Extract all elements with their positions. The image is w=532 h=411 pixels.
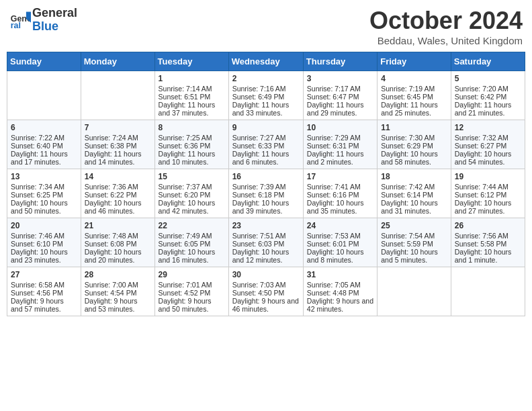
cell-content-line: Daylight: 10 hours and 20 minutes. (85, 248, 151, 264)
month-title: October 2024 (369, 7, 523, 35)
cell-content-line: Sunrise: 7:41 AM (307, 183, 373, 191)
cell-content-line: Sunset: 6:03 PM (232, 240, 300, 248)
day-number: 9 (232, 123, 300, 132)
cell-content-line: Sunset: 6:36 PM (159, 142, 225, 150)
calendar-cell: 11Sunrise: 7:30 AMSunset: 6:29 PMDayligh… (378, 120, 451, 169)
calendar-cell: 2Sunrise: 7:16 AMSunset: 6:49 PMDaylight… (228, 71, 303, 120)
location: Beddau, Wales, United Kingdom (369, 35, 523, 46)
cell-content-line: Sunset: 6:49 PM (232, 93, 300, 101)
calendar-cell: 19Sunrise: 7:44 AMSunset: 6:12 PMDayligh… (451, 169, 525, 218)
calendar-cell (451, 267, 525, 316)
cell-content-line: Daylight: 9 hours and 53 minutes. (85, 297, 151, 313)
cell-content-line: Daylight: 10 hours and 12 minutes. (232, 248, 300, 264)
cell-content-line: Sunrise: 7:39 AM (232, 183, 300, 191)
cell-content-line: Daylight: 10 hours and 16 minutes. (159, 248, 225, 264)
cell-content-line: Sunrise: 7:46 AM (11, 232, 77, 240)
calendar-cell: 10Sunrise: 7:29 AMSunset: 6:31 PMDayligh… (303, 120, 377, 169)
cell-content-line: Sunset: 6:22 PM (85, 191, 151, 199)
day-header-friday: Friday (378, 52, 451, 71)
cell-content-line: Sunrise: 7:01 AM (159, 281, 225, 289)
calendar-cell: 6Sunrise: 7:22 AMSunset: 6:40 PMDaylight… (7, 120, 81, 169)
cell-content-line: Sunset: 6:31 PM (307, 142, 373, 150)
cell-content-line: Sunrise: 7:42 AM (381, 183, 447, 191)
day-number: 25 (381, 221, 447, 230)
cell-content-line: Sunrise: 7:51 AM (232, 232, 300, 240)
calendar-cell: 14Sunrise: 7:36 AMSunset: 6:22 PMDayligh… (81, 169, 154, 218)
calendar-cell (81, 71, 154, 120)
calendar-cell: 15Sunrise: 7:37 AMSunset: 6:20 PMDayligh… (154, 169, 228, 218)
cell-content-line: Daylight: 9 hours and 57 minutes. (11, 297, 77, 313)
cell-content-line: Daylight: 10 hours and 35 minutes. (307, 199, 373, 215)
cell-content-line: Sunset: 6:47 PM (307, 93, 373, 101)
cell-content-line: Sunrise: 7:34 AM (11, 183, 77, 191)
logo-icon: Gene ral (9, 9, 31, 31)
day-number: 5 (455, 74, 521, 83)
calendar-cell: 5Sunrise: 7:20 AMSunset: 6:42 PMDaylight… (451, 71, 525, 120)
cell-content-line: Sunrise: 7:32 AM (455, 134, 521, 142)
calendar-cell: 3Sunrise: 7:17 AMSunset: 6:47 PMDaylight… (303, 71, 377, 120)
calendar-cell (7, 71, 81, 120)
day-number: 22 (159, 221, 225, 230)
day-number: 6 (11, 123, 77, 132)
day-number: 27 (11, 270, 77, 279)
svg-text:ral: ral (11, 21, 21, 30)
cell-content-line: Sunset: 6:05 PM (159, 240, 225, 248)
day-number: 24 (307, 221, 373, 230)
calendar-cell: 27Sunrise: 6:58 AMSunset: 4:56 PMDayligh… (7, 267, 81, 316)
day-number: 3 (307, 74, 373, 83)
day-number: 4 (381, 74, 447, 83)
cell-content-line: Daylight: 11 hours and 25 minutes. (381, 101, 447, 117)
cell-content-line: Sunrise: 7:17 AM (307, 85, 373, 93)
day-header-sunday: Sunday (7, 52, 81, 71)
day-number: 13 (11, 172, 77, 181)
day-number: 12 (455, 123, 521, 132)
calendar-cell: 13Sunrise: 7:34 AMSunset: 6:25 PMDayligh… (7, 169, 81, 218)
cell-content-line: Daylight: 11 hours and 2 minutes. (307, 150, 373, 166)
day-number: 23 (232, 221, 300, 230)
calendar-cell: 20Sunrise: 7:46 AMSunset: 6:10 PMDayligh… (7, 218, 81, 267)
calendar-week-4: 20Sunrise: 7:46 AMSunset: 6:10 PMDayligh… (7, 218, 525, 267)
cell-content-line: Sunset: 6:40 PM (11, 142, 77, 150)
cell-content-line: Daylight: 10 hours and 8 minutes. (307, 248, 373, 264)
cell-content-line: Daylight: 11 hours and 29 minutes. (307, 101, 373, 117)
cell-content-line: Sunset: 6:16 PM (307, 191, 373, 199)
cell-content-line: Sunset: 4:50 PM (232, 289, 300, 297)
calendar-cell: 30Sunrise: 7:03 AMSunset: 4:50 PMDayligh… (228, 267, 303, 316)
cell-content-line: Daylight: 9 hours and 50 minutes. (159, 297, 225, 313)
cell-content-line: Daylight: 10 hours and 50 minutes. (11, 199, 77, 215)
calendar-cell: 1Sunrise: 7:14 AMSunset: 6:51 PMDaylight… (154, 71, 228, 120)
calendar-cell: 21Sunrise: 7:48 AMSunset: 6:08 PMDayligh… (81, 218, 154, 267)
day-header-tuesday: Tuesday (154, 52, 228, 71)
cell-content-line: Sunset: 6:33 PM (232, 142, 300, 150)
day-number: 2 (232, 74, 300, 83)
calendar-week-1: 1Sunrise: 7:14 AMSunset: 6:51 PMDaylight… (7, 71, 525, 120)
cell-content-line: Sunrise: 7:25 AM (159, 134, 225, 142)
day-number: 8 (159, 123, 225, 132)
cell-content-line: Daylight: 10 hours and 23 minutes. (11, 248, 77, 264)
cell-content-line: Daylight: 10 hours and 46 minutes. (85, 199, 151, 215)
day-number: 30 (232, 270, 300, 279)
calendar-cell: 8Sunrise: 7:25 AMSunset: 6:36 PMDaylight… (154, 120, 228, 169)
cell-content-line: Daylight: 10 hours and 5 minutes. (381, 248, 447, 264)
cell-content-line: Sunset: 4:56 PM (11, 289, 77, 297)
day-number: 21 (85, 221, 151, 230)
cell-content-line: Sunrise: 7:30 AM (381, 134, 447, 142)
calendar-cell: 17Sunrise: 7:41 AMSunset: 6:16 PMDayligh… (303, 169, 377, 218)
day-header-monday: Monday (81, 52, 154, 71)
calendar-cell: 12Sunrise: 7:32 AMSunset: 6:27 PMDayligh… (451, 120, 525, 169)
cell-content-line: Sunrise: 7:24 AM (85, 134, 151, 142)
cell-content-line: Sunrise: 7:16 AM (232, 85, 300, 93)
day-number: 29 (159, 270, 225, 279)
cell-content-line: Sunset: 4:54 PM (85, 289, 151, 297)
cell-content-line: Sunset: 6:14 PM (381, 191, 447, 199)
calendar-week-5: 27Sunrise: 6:58 AMSunset: 4:56 PMDayligh… (7, 267, 525, 316)
calendar-table: SundayMondayTuesdayWednesdayThursdayFrid… (7, 52, 525, 316)
day-number: 7 (85, 123, 151, 132)
cell-content-line: Daylight: 10 hours and 39 minutes. (232, 199, 300, 215)
day-header-wednesday: Wednesday (228, 52, 303, 71)
cell-content-line: Sunset: 6:18 PM (232, 191, 300, 199)
cell-content-line: Sunset: 6:08 PM (85, 240, 151, 248)
day-number: 28 (85, 270, 151, 279)
cell-content-line: Sunrise: 7:27 AM (232, 134, 300, 142)
cell-content-line: Daylight: 10 hours and 54 minutes. (455, 150, 521, 166)
